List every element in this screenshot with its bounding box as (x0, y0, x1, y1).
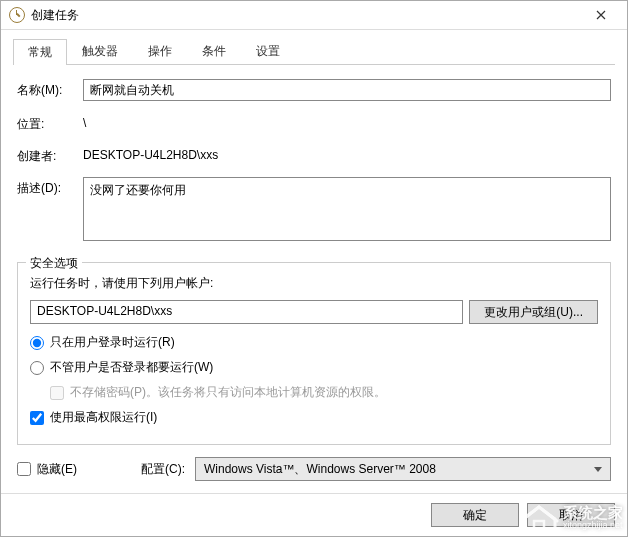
no-store-password-label: 不存储密码(P)。该任务将只有访问本地计算机资源的权限。 (70, 384, 386, 401)
clock-icon (9, 7, 25, 23)
name-input[interactable] (83, 79, 611, 101)
configure-value: Windows Vista™、Windows Server™ 2008 (204, 461, 436, 478)
hidden-row[interactable]: 隐藏(E) (17, 461, 77, 478)
dialog-footer: 确定 取消 系统之家 xitongzhijia.net (1, 493, 627, 536)
security-group: 安全选项 运行任务时，请使用下列用户帐户: DESKTOP-U4L2H8D\xx… (17, 262, 611, 445)
run-highest-check[interactable] (30, 411, 44, 425)
radio-logged-on[interactable] (30, 336, 44, 350)
hidden-label: 隐藏(E) (37, 461, 77, 478)
radio-any-user[interactable] (30, 361, 44, 375)
row-location: 位置: \ (17, 113, 611, 133)
hidden-check[interactable] (17, 462, 31, 476)
tab-general[interactable]: 常规 (13, 39, 67, 65)
titlebar: 创建任务 (1, 1, 627, 30)
row-name: 名称(M): (17, 79, 611, 101)
description-label: 描述(D): (17, 177, 83, 197)
no-store-password-row: 不存储密码(P)。该任务将只有访问本地计算机资源的权限。 (50, 384, 598, 401)
author-label: 创建者: (17, 145, 83, 165)
author-value: DESKTOP-U4L2H8D\xxs (83, 145, 218, 162)
window-title: 创建任务 (31, 7, 579, 24)
general-panel: 名称(M): 位置: \ 创建者: DESKTOP-U4L2H8D\xxs 描述… (13, 65, 615, 481)
tab-settings[interactable]: 设置 (241, 38, 295, 64)
row-author: 创建者: DESKTOP-U4L2H8D\xxs (17, 145, 611, 165)
account-display: DESKTOP-U4L2H8D\xxs (30, 300, 463, 324)
tab-triggers[interactable]: 触发器 (67, 38, 133, 64)
bottom-row: 隐藏(E) 配置(C): Windows Vista™、Windows Serv… (17, 457, 611, 481)
radio-any-user-label: 不管用户是否登录都要运行(W) (50, 359, 213, 376)
ok-button[interactable]: 确定 (431, 503, 519, 527)
change-user-button[interactable]: 更改用户或组(U)... (469, 300, 598, 324)
configure-label: 配置(C): (141, 461, 185, 478)
dialog-content: 常规 触发器 操作 条件 设置 名称(M): 位置: \ 创建者: DESKTO… (1, 30, 627, 493)
radio-logged-on-label: 只在用户登录时运行(R) (50, 334, 175, 351)
row-description: 描述(D): (17, 177, 611, 244)
run-highest-row[interactable]: 使用最高权限运行(I) (30, 409, 598, 426)
tab-bar: 常规 触发器 操作 条件 设置 (13, 38, 615, 65)
tab-actions[interactable]: 操作 (133, 38, 187, 64)
description-input[interactable] (83, 177, 611, 241)
location-value: \ (83, 113, 86, 130)
cancel-button[interactable]: 取消 (527, 503, 615, 527)
create-task-dialog: 创建任务 常规 触发器 操作 条件 设置 名称(M): 位置: \ (0, 0, 628, 537)
close-button[interactable] (579, 1, 623, 29)
tab-conditions[interactable]: 条件 (187, 38, 241, 64)
run-as-label: 运行任务时，请使用下列用户帐户: (30, 275, 598, 292)
security-legend: 安全选项 (26, 255, 82, 272)
close-icon (596, 10, 606, 20)
run-highest-label: 使用最高权限运行(I) (50, 409, 157, 426)
location-label: 位置: (17, 113, 83, 133)
account-row: DESKTOP-U4L2H8D\xxs 更改用户或组(U)... (30, 300, 598, 324)
no-store-password-check (50, 386, 64, 400)
radio-logged-on-row[interactable]: 只在用户登录时运行(R) (30, 334, 598, 351)
name-label: 名称(M): (17, 79, 83, 99)
configure-select[interactable]: Windows Vista™、Windows Server™ 2008 (195, 457, 611, 481)
radio-any-user-row[interactable]: 不管用户是否登录都要运行(W) (30, 359, 598, 376)
